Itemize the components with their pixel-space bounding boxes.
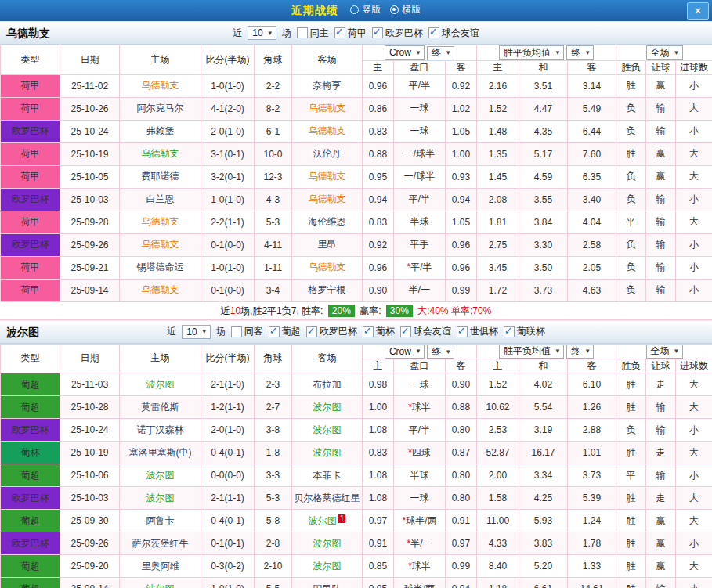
result-overunder: 小 bbox=[676, 532, 712, 555]
recent-count-select[interactable]: 10▼ bbox=[182, 325, 210, 339]
home-team[interactable]: 乌德勒支 bbox=[142, 216, 179, 227]
titlebar: 近期战绩 竖版横版 ✕ bbox=[0, 0, 712, 21]
away-team[interactable]: 国民队 bbox=[313, 583, 342, 588]
result-overunder: 小 bbox=[676, 419, 712, 442]
away-team[interactable]: 海伦维恩 bbox=[309, 216, 346, 227]
away-team[interactable]: 布拉加 bbox=[313, 379, 342, 390]
filter-checkbox[interactable]: 世俱杯 bbox=[457, 325, 498, 338]
odds-company-select[interactable]: Crow▼ bbox=[385, 45, 425, 60]
euro-odds-header: 胜平负均值▼ 终▼ bbox=[477, 344, 616, 359]
odds-stage-select[interactable]: 终▼ bbox=[427, 46, 454, 60]
summary-text: 单率:70% bbox=[451, 305, 491, 316]
away-team[interactable]: 乌德勒支 bbox=[309, 103, 346, 114]
away-team[interactable]: 格罗宁根 bbox=[309, 284, 346, 295]
away-team[interactable]: 贝尔格莱德红星 bbox=[295, 492, 360, 503]
away-team[interactable]: 波尔图 bbox=[309, 515, 337, 526]
layout-radio-horizontal[interactable]: 横版 bbox=[390, 3, 421, 16]
home-team[interactable]: 莫雷伦斯 bbox=[142, 402, 179, 413]
rate-badge: 30% bbox=[386, 305, 413, 317]
away-team[interactable]: 乌德勒支 bbox=[309, 262, 346, 272]
home-team[interactable]: 白兰恩 bbox=[146, 193, 175, 204]
away-team[interactable]: 波尔图 bbox=[313, 402, 342, 413]
filter-checkbox[interactable]: 欧罗巴杯 bbox=[306, 325, 357, 338]
home-team-cell: 阿鲁卡 bbox=[120, 510, 201, 532]
away-team-cell: 乌德勒支 bbox=[292, 256, 363, 279]
away-team[interactable]: 乌德勒支 bbox=[309, 171, 346, 182]
competition-badge: 葡杯 bbox=[1, 442, 60, 464]
filter-controls: 近10▼场同主荷甲欧罗巴杯球会友谊 bbox=[233, 26, 479, 40]
asian-away-odds: 0.99 bbox=[446, 555, 477, 578]
asian-away-odds: 0.92 bbox=[446, 74, 477, 97]
home-team[interactable]: 波尔图 bbox=[146, 583, 175, 588]
away-team[interactable]: 波尔图 bbox=[313, 447, 342, 458]
home-team[interactable]: 弗赖堡 bbox=[146, 125, 175, 136]
home-team[interactable]: 乌德勒支 bbox=[142, 284, 179, 295]
away-team[interactable]: 沃伦丹 bbox=[313, 148, 342, 159]
home-team[interactable]: 诺丁汉森林 bbox=[137, 424, 184, 435]
scope-select[interactable]: 全场▼ bbox=[646, 45, 683, 60]
competition-badge: 葡超 bbox=[1, 464, 60, 487]
score: 1-0(1-0) bbox=[201, 74, 255, 97]
euro-stage-select[interactable]: 终▼ bbox=[566, 345, 594, 359]
score: 1-2(1-1) bbox=[201, 396, 255, 419]
filter-checkbox[interactable]: 同主 bbox=[297, 27, 329, 40]
away-team[interactable]: 波尔图 bbox=[313, 538, 342, 549]
score: 1-0(1-0) bbox=[201, 256, 255, 279]
filter-checkbox[interactable]: 球会友谊 bbox=[428, 27, 479, 40]
home-team[interactable]: 阿尔克马尔 bbox=[137, 103, 184, 114]
away-team[interactable]: 波尔图 bbox=[313, 561, 342, 572]
select-value: Crow bbox=[389, 346, 411, 357]
away-team[interactable]: 奈梅亨 bbox=[313, 80, 342, 91]
recent-count-select[interactable]: 10▼ bbox=[248, 26, 276, 40]
away-team[interactable]: 本菲卡 bbox=[313, 470, 342, 481]
column-subheader: 让球 bbox=[646, 359, 676, 373]
odds-stage-select[interactable]: 终▼ bbox=[427, 345, 454, 359]
scope-select[interactable]: 全场▼ bbox=[646, 345, 683, 359]
odds-company-select[interactable]: Crow▼ bbox=[385, 345, 425, 359]
result-wdl: 负 bbox=[616, 97, 646, 120]
home-team[interactable]: 萨尔茨堡红牛 bbox=[132, 538, 189, 549]
asian-home-odds: 0.83 bbox=[363, 120, 394, 142]
home-team[interactable]: 乌德勒支 bbox=[142, 239, 179, 250]
away-team[interactable]: 波尔图 bbox=[313, 424, 342, 435]
filter-checkbox[interactable]: 葡杯 bbox=[363, 325, 395, 338]
euro-home-odds: 2.53 bbox=[477, 419, 519, 442]
home-team[interactable]: 波尔图 bbox=[146, 379, 175, 390]
euro-avg-select[interactable]: 胜平负均值▼ bbox=[499, 45, 564, 60]
home-team-cell: 弗赖堡 bbox=[120, 120, 201, 142]
result-handicap: 赢 bbox=[646, 74, 676, 97]
column-header: 类型 bbox=[1, 45, 60, 75]
home-team[interactable]: 乌德勒支 bbox=[142, 80, 179, 91]
home-team[interactable]: 费耶诺德 bbox=[142, 171, 179, 182]
filter-checkbox[interactable]: 欧罗巴杯 bbox=[372, 27, 423, 40]
layout-radio-vertical[interactable]: 竖版 bbox=[350, 3, 381, 16]
away-team[interactable]: 乌德勒支 bbox=[309, 193, 346, 204]
column-subheader: 进球数 bbox=[676, 60, 712, 74]
corners: 12-3 bbox=[255, 165, 292, 188]
home-team[interactable]: 波尔图 bbox=[146, 470, 175, 481]
result-handicap: 输 bbox=[646, 256, 676, 279]
result-overunder: 大 bbox=[676, 211, 712, 233]
home-team-cell: 波尔图 bbox=[120, 373, 201, 396]
filter-checkbox[interactable]: 葡超 bbox=[269, 325, 301, 338]
euro-away-odds: 2.58 bbox=[568, 233, 616, 256]
home-team[interactable]: 里奥阿维 bbox=[142, 561, 179, 572]
away-team[interactable]: 乌德勒支 bbox=[309, 125, 346, 136]
euro-stage-select[interactable]: 终▼ bbox=[566, 45, 594, 60]
filter-checkbox[interactable]: 同客 bbox=[231, 325, 263, 338]
home-team[interactable]: 锡塔德命运 bbox=[137, 262, 184, 272]
result-wdl: 胜 bbox=[616, 555, 646, 578]
filter-checkbox[interactable]: 球会友谊 bbox=[400, 325, 451, 338]
home-team[interactable]: 波尔图 bbox=[146, 492, 175, 503]
home-team[interactable]: 阿鲁卡 bbox=[146, 515, 175, 526]
filter-checkbox[interactable]: 荷甲 bbox=[334, 27, 367, 40]
euro-avg-select[interactable]: 胜平负均值▼ bbox=[499, 345, 564, 359]
away-team[interactable]: 里昂 bbox=[318, 239, 337, 250]
select-value: 全场 bbox=[651, 46, 670, 60]
select-value: 胜平负均值 bbox=[504, 46, 551, 60]
column-subheader: 客 bbox=[568, 359, 616, 373]
filter-checkbox[interactable]: 葡联杯 bbox=[504, 325, 545, 338]
home-team[interactable]: 乌德勒支 bbox=[142, 148, 179, 159]
close-button[interactable]: ✕ bbox=[687, 2, 709, 20]
home-team[interactable]: 塞洛里塞斯(中) bbox=[129, 447, 192, 458]
